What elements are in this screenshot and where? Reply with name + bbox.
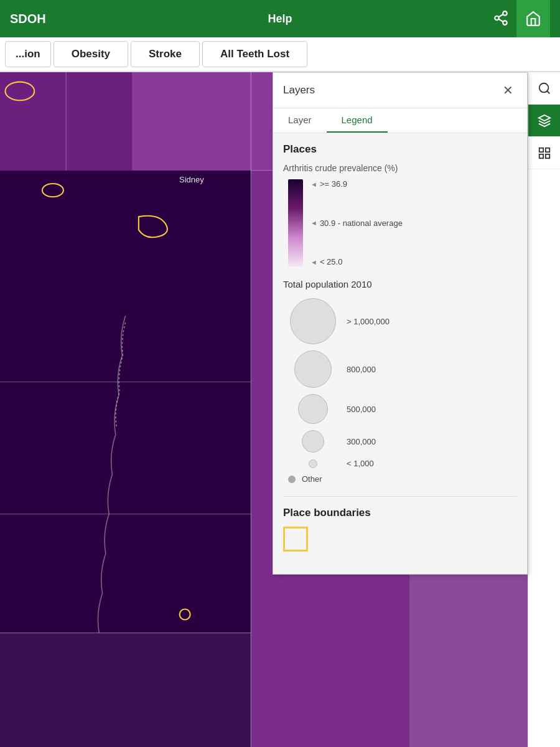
population-section: Total population 2010 > 1,000,000 bbox=[283, 279, 517, 484]
pop-circle-row-2: 800,000 bbox=[288, 350, 517, 388]
pop-label-1000: < 1,000 bbox=[347, 459, 374, 468]
panel-content[interactable]: Places Arthritis crude prevalence (%) ◄ … bbox=[273, 133, 527, 574]
tab-legend[interactable]: Legend bbox=[327, 108, 388, 133]
places-title: Places bbox=[283, 143, 517, 156]
svg-rect-27 bbox=[539, 148, 543, 151]
grid-toolbar-button[interactable] bbox=[528, 137, 560, 169]
panel-tabs: Layer Legend bbox=[273, 108, 527, 133]
ramp-labels: ◄ >= 36.9 ◄ 30.9 - national average ◄ < … bbox=[310, 179, 403, 266]
svg-point-2 bbox=[503, 21, 507, 25]
svg-marker-26 bbox=[539, 115, 550, 120]
pop-circle-row-3: 500,000 bbox=[288, 394, 517, 424]
pop-circle-wrap-1 bbox=[288, 298, 338, 344]
tab-obesity[interactable]: Obesity bbox=[54, 41, 128, 67]
home-button[interactable] bbox=[516, 0, 550, 37]
svg-line-3 bbox=[498, 19, 503, 21]
panel-header: Layers ✕ bbox=[273, 73, 527, 108]
other-dot bbox=[288, 476, 296, 483]
pop-circle-row-4: 300,000 bbox=[288, 430, 517, 453]
help-link[interactable]: Help bbox=[268, 12, 292, 26]
boundaries-title: Place boundaries bbox=[283, 507, 517, 519]
svg-rect-10 bbox=[0, 633, 251, 747]
right-toolbar bbox=[528, 72, 560, 747]
svg-line-4 bbox=[498, 14, 503, 17]
ramp-arrow-low: ◄ bbox=[310, 258, 317, 266]
ramp-arrow-high: ◄ bbox=[310, 181, 317, 188]
map-container: Sidney Layers ✕ bbox=[0, 72, 560, 747]
tab-stroke[interactable]: Stroke bbox=[131, 41, 200, 67]
place-boundaries-section: Place boundaries bbox=[283, 507, 517, 552]
pop-label-800000: 800,000 bbox=[347, 365, 376, 374]
svg-rect-30 bbox=[546, 154, 549, 157]
other-label: Other bbox=[302, 474, 322, 484]
pop-circle-500000 bbox=[298, 394, 328, 424]
header-icons bbox=[488, 0, 550, 37]
close-icon: ✕ bbox=[503, 83, 513, 97]
grid-icon bbox=[538, 146, 551, 160]
boundary-sample bbox=[283, 527, 308, 552]
pop-label-1000000: > 1,000,000 bbox=[347, 317, 390, 326]
svg-rect-7 bbox=[0, 171, 251, 633]
panel-title: Layers bbox=[283, 84, 315, 96]
layers-panel: Layers ✕ Layer Legend Places Arthritis c… bbox=[273, 72, 528, 575]
home-icon bbox=[525, 11, 541, 27]
ramp-value-mid: 30.9 - national average bbox=[320, 218, 403, 228]
pop-circle-1000 bbox=[309, 459, 317, 468]
tab-partial[interactable]: ...ion bbox=[5, 41, 51, 67]
panel-close-button[interactable]: ✕ bbox=[499, 82, 517, 99]
color-ramp-container: ◄ >= 36.9 ◄ 30.9 - national average ◄ < … bbox=[283, 179, 517, 266]
pop-circle-wrap-3 bbox=[288, 394, 338, 424]
places-section: Places Arthritis crude prevalence (%) ◄ … bbox=[283, 143, 517, 484]
svg-rect-28 bbox=[546, 148, 549, 151]
ramp-value-high: >= 36.9 bbox=[320, 179, 347, 189]
pop-circle-wrap-4 bbox=[288, 430, 338, 453]
ramp-arrow-mid: ◄ bbox=[310, 219, 317, 227]
pop-label-300000: 300,000 bbox=[347, 437, 376, 446]
layers-toolbar-button[interactable] bbox=[528, 105, 560, 137]
svg-point-0 bbox=[503, 11, 507, 16]
pop-circle-row-1: > 1,000,000 bbox=[288, 298, 517, 344]
layers-icon bbox=[538, 114, 551, 128]
color-ramp bbox=[288, 179, 303, 266]
ramp-label-mid: ◄ 30.9 - national average bbox=[310, 218, 403, 228]
share-icon bbox=[493, 10, 509, 26]
arthritis-subtitle: Arthritis crude prevalence (%) bbox=[283, 163, 517, 173]
section-divider bbox=[283, 496, 517, 497]
search-icon bbox=[538, 82, 551, 95]
pop-circle-wrap-2 bbox=[288, 350, 338, 388]
search-toolbar-button[interactable] bbox=[528, 72, 560, 105]
pop-circle-800000 bbox=[294, 350, 332, 388]
pop-label-500000: 500,000 bbox=[347, 405, 376, 414]
pop-circle-wrap-5 bbox=[288, 459, 338, 468]
tab-all-teeth-lost[interactable]: All Teeth Lost bbox=[202, 41, 307, 67]
pop-circle-300000 bbox=[302, 430, 324, 453]
svg-point-24 bbox=[539, 83, 549, 92]
svg-rect-29 bbox=[539, 154, 543, 157]
share-button[interactable] bbox=[488, 5, 514, 33]
pop-circles-list: > 1,000,000 800,000 bbox=[283, 298, 517, 468]
ramp-value-low: < 25.0 bbox=[320, 257, 343, 266]
tab-layer[interactable]: Layer bbox=[273, 108, 327, 133]
pop-circle-row-5: < 1,000 bbox=[288, 459, 517, 468]
svg-point-1 bbox=[495, 16, 499, 20]
ramp-label-low: ◄ < 25.0 bbox=[310, 257, 403, 266]
other-row: Other bbox=[283, 474, 517, 484]
population-title: Total population 2010 bbox=[283, 279, 517, 289]
app-header: SDOH Help bbox=[0, 0, 560, 37]
svg-line-25 bbox=[547, 91, 549, 93]
tab-bar: ...ion Obesity Stroke All Teeth Lost bbox=[0, 37, 560, 72]
app-title: SDOH bbox=[10, 12, 46, 26]
ramp-label-high: ◄ >= 36.9 bbox=[310, 179, 403, 189]
pop-circle-1000000 bbox=[290, 298, 336, 344]
